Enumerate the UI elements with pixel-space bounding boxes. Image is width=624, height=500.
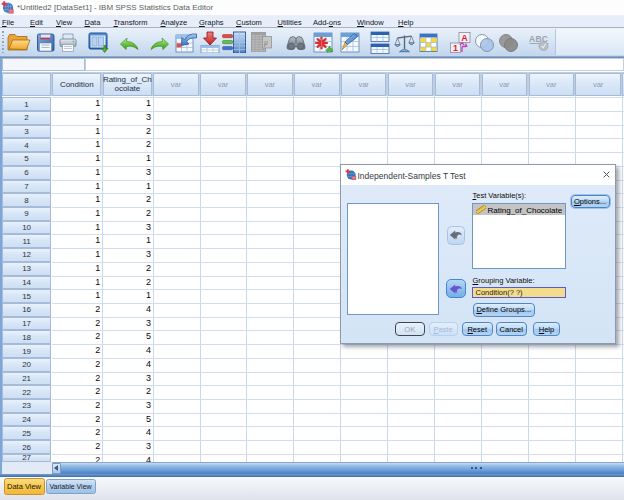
svg-text:μ: μ	[264, 38, 268, 47]
svg-text:1: 1	[453, 42, 458, 52]
svg-text:A: A	[461, 32, 468, 42]
